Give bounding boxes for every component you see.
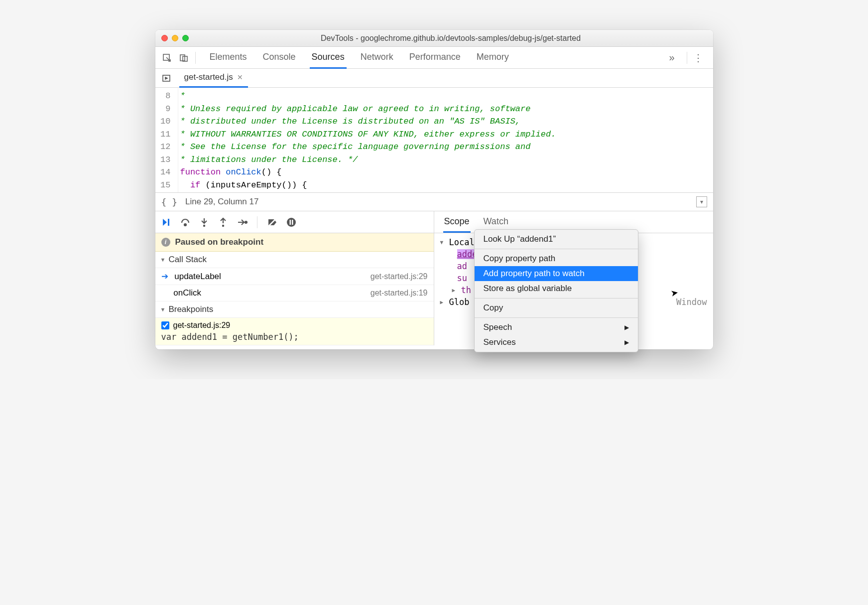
- pause-banner: i Paused on breakpoint: [155, 233, 434, 252]
- menu-store-global[interactable]: Store as global variable: [475, 281, 638, 296]
- svg-point-6: [203, 224, 205, 226]
- submenu-arrow-icon: ▶: [624, 339, 629, 346]
- titlebar: DevTools - googlechrome.github.io/devtoo…: [155, 30, 713, 47]
- code-content: * * Unless required by applicable law or…: [178, 88, 556, 192]
- debugger-panels: i Paused on breakpoint ▼ Call Stack ➔ up…: [155, 211, 713, 345]
- breakpoints-list: get-started.js:29var addend1 = getNumber…: [155, 318, 434, 345]
- menu-copy[interactable]: Copy: [475, 301, 638, 315]
- svg-point-9: [287, 218, 296, 227]
- disclosure-triangle-icon: ▼: [440, 239, 446, 246]
- svg-rect-11: [292, 220, 293, 225]
- breakpoints-label: Breakpoints: [168, 304, 213, 314]
- menu-separator: [475, 298, 638, 299]
- line-gutter: 8910111213141516: [155, 88, 178, 192]
- close-file-icon[interactable]: ✕: [237, 73, 243, 81]
- toolbar-separator: [257, 216, 257, 228]
- debugger-right-panel: Scope Watch ▼ Local addend1adsu▶th ▶ Glo…: [434, 211, 713, 345]
- devtools-window: DevTools - googlechrome.github.io/devtoo…: [155, 30, 713, 349]
- call-stack-frame[interactable]: onClickget-started.js:19: [155, 285, 434, 302]
- tab-memory[interactable]: Memory: [475, 47, 511, 69]
- panel-tabs: Elements Console Sources Network Perform…: [208, 47, 661, 69]
- call-stack-header[interactable]: ▼ Call Stack: [155, 252, 434, 268]
- scope-global-type: Window: [676, 297, 707, 307]
- debugger-toolbar: [155, 211, 434, 233]
- inspect-element-icon[interactable]: [159, 50, 174, 65]
- menu-separator: [475, 317, 638, 318]
- file-tab-strip: get-started.js ✕: [155, 69, 713, 88]
- menu-separator: [475, 249, 638, 249]
- submenu-arrow-icon: ▶: [624, 324, 629, 331]
- info-icon: i: [161, 238, 170, 247]
- menu-copy-property-path[interactable]: Copy property path: [475, 251, 638, 266]
- breakpoint-item[interactable]: get-started.js:29var addend1 = getNumber…: [155, 318, 434, 345]
- tab-performance[interactable]: Performance: [407, 47, 463, 69]
- pause-message: Paused on breakpoint: [175, 237, 264, 247]
- toolbar-divider: [195, 52, 196, 64]
- menu-add-to-watch[interactable]: Add property path to watch: [475, 266, 638, 281]
- tab-network[interactable]: Network: [359, 47, 395, 69]
- mouse-cursor-icon: ➤: [670, 287, 679, 299]
- resume-icon[interactable]: [159, 215, 173, 229]
- deactivate-breakpoints-icon[interactable]: [265, 215, 279, 229]
- call-stack-frame[interactable]: ➔ updateLabelget-started.js:29: [155, 268, 434, 285]
- menu-speech[interactable]: Speech▶: [475, 320, 638, 335]
- tab-console[interactable]: Console: [261, 47, 298, 69]
- step-icon[interactable]: [235, 215, 249, 229]
- show-navigator-icon[interactable]: [159, 74, 173, 83]
- call-stack-list: ➔ updateLabelget-started.js:29 onClickge…: [155, 268, 434, 302]
- maximize-icon[interactable]: [182, 35, 189, 41]
- cursor-position: Line 29, Column 17: [185, 197, 258, 207]
- menu-look-up[interactable]: Look Up “addend1”: [475, 232, 638, 247]
- tab-scope[interactable]: Scope: [443, 212, 471, 233]
- scope-local-label: Local: [449, 237, 475, 247]
- editor-statusbar: { } Line 29, Column 17 ▾: [155, 192, 713, 211]
- expand-icon[interactable]: ▾: [696, 196, 707, 207]
- call-stack-label: Call Stack: [168, 255, 207, 265]
- svg-point-8: [245, 221, 247, 223]
- svg-rect-4: [168, 219, 169, 226]
- breakpoint-checkbox[interactable]: [161, 321, 169, 329]
- settings-menu-icon[interactable]: ⋮: [687, 52, 709, 64]
- more-tabs-icon[interactable]: »: [663, 52, 680, 63]
- step-into-icon[interactable]: [197, 215, 211, 229]
- window-controls: [161, 35, 189, 41]
- svg-rect-10: [289, 220, 291, 225]
- debugger-left-panel: i Paused on breakpoint ▼ Call Stack ➔ up…: [155, 211, 434, 345]
- code-editor[interactable]: 8910111213141516 * * Unless required by …: [155, 88, 713, 192]
- scope-global-label: Glob: [449, 297, 470, 307]
- svg-point-5: [184, 224, 186, 226]
- file-tab-label: get-started.js: [184, 72, 233, 82]
- minimize-icon[interactable]: [172, 35, 178, 41]
- tab-elements[interactable]: Elements: [208, 47, 249, 69]
- menu-services[interactable]: Services▶: [475, 335, 638, 350]
- step-out-icon[interactable]: [216, 215, 230, 229]
- device-toggle-icon[interactable]: [176, 50, 191, 65]
- window-title: DevTools - googlechrome.github.io/devtoo…: [195, 34, 707, 43]
- pause-on-exceptions-icon[interactable]: [284, 215, 298, 229]
- disclosure-triangle-icon: ▼: [160, 306, 166, 312]
- breakpoints-header[interactable]: ▼ Breakpoints: [155, 302, 434, 318]
- disclosure-triangle-icon: ▼: [160, 257, 166, 263]
- file-tab-get-started[interactable]: get-started.js ✕: [179, 68, 248, 88]
- tab-sources[interactable]: Sources: [310, 47, 347, 69]
- svg-point-7: [222, 224, 224, 226]
- disclosure-triangle-icon: ▶: [440, 299, 446, 305]
- pretty-print-icon[interactable]: { }: [161, 197, 178, 207]
- close-icon[interactable]: [161, 35, 168, 41]
- main-toolbar: Elements Console Sources Network Perform…: [155, 47, 713, 69]
- context-menu: Look Up “addend1” Copy property path Add…: [474, 229, 638, 352]
- step-over-icon[interactable]: [178, 215, 192, 229]
